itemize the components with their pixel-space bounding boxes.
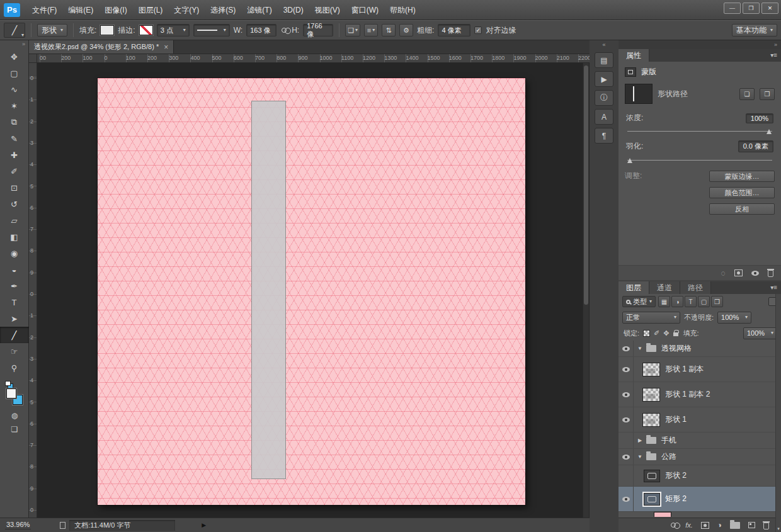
add-layer-mask-icon[interactable] bbox=[701, 522, 709, 529]
feather-value[interactable]: 0.0 像素 bbox=[738, 140, 773, 152]
layer-name[interactable]: 形状 1 副本 bbox=[665, 364, 704, 375]
menu-item-2[interactable]: 图像(I) bbox=[99, 0, 132, 20]
layer-name[interactable]: 形状 1 bbox=[665, 414, 687, 425]
lasso-tool[interactable]: ∿ bbox=[4, 81, 25, 98]
eyedropper-tool[interactable]: ✎ bbox=[4, 130, 25, 147]
density-slider[interactable] bbox=[627, 131, 772, 132]
minimize-button[interactable]: — bbox=[724, 3, 741, 14]
layer-row[interactable]: 形状 1 bbox=[619, 407, 781, 433]
zoom-tool[interactable]: ⚲ bbox=[4, 359, 25, 376]
select-pixel-mask-button[interactable]: ❏ bbox=[739, 88, 755, 100]
menu-item-10[interactable]: 帮助(H) bbox=[384, 0, 421, 20]
align-edges-checkbox[interactable]: ✓ bbox=[474, 26, 482, 34]
filter-pixel-icon[interactable]: ▦ bbox=[658, 296, 670, 307]
status-flyout-arrow[interactable]: ▶ bbox=[202, 522, 206, 528]
lock-position-icon[interactable]: ✥ bbox=[663, 329, 669, 337]
new-adjustment-layer-icon[interactable]: ◑ bbox=[717, 521, 722, 529]
stroke-swatch[interactable] bbox=[139, 25, 153, 35]
close-button[interactable]: ✕ bbox=[761, 3, 778, 14]
filter-adjustment-icon[interactable]: ◑ bbox=[671, 296, 683, 307]
shape-width-input[interactable]: 163 像 bbox=[246, 24, 276, 37]
type-tool[interactable]: T bbox=[4, 294, 25, 310]
dodge-tool[interactable]: ◒ bbox=[4, 261, 25, 278]
shape-settings-button[interactable]: ⚙ bbox=[399, 24, 413, 37]
layer-thumbnail[interactable] bbox=[642, 413, 660, 427]
stroke-type-dropdown[interactable] bbox=[193, 24, 230, 37]
actions-panel-icon[interactable]: ▶ bbox=[595, 71, 613, 87]
visibility-toggle[interactable] bbox=[619, 382, 634, 407]
menu-item-3[interactable]: 图层(L) bbox=[133, 0, 169, 20]
expand-toggle-icon[interactable]: ▶ bbox=[636, 438, 644, 443]
menu-item-8[interactable]: 视图(V) bbox=[309, 0, 346, 20]
quick-selection-tool[interactable]: ✶ bbox=[4, 98, 25, 114]
restore-button[interactable]: ❐ bbox=[743, 3, 760, 14]
panel-menu-icon[interactable] bbox=[767, 281, 781, 294]
fill-dropdown[interactable]: 100% bbox=[743, 327, 777, 339]
menu-item-9[interactable]: 窗口(W) bbox=[346, 0, 384, 20]
scrollbar-thumb[interactable] bbox=[584, 65, 588, 305]
eraser-tool[interactable]: ▱ bbox=[4, 212, 25, 229]
weight-input[interactable]: 4 像素 bbox=[438, 24, 470, 37]
screen-mode-button[interactable]: ❏ bbox=[4, 422, 25, 436]
visibility-toggle[interactable] bbox=[619, 357, 634, 382]
layer-name[interactable]: 公路 bbox=[661, 451, 676, 462]
marquee-tool[interactable]: ▢ bbox=[4, 65, 25, 81]
color-range-button[interactable]: 颜色范围… bbox=[709, 187, 775, 198]
mask-visibility-icon[interactable] bbox=[751, 271, 759, 276]
layer-thumbnail[interactable] bbox=[642, 388, 660, 402]
path-selection-tool[interactable]: ➤ bbox=[4, 310, 25, 327]
layer-row[interactable]: 矩形 2 bbox=[619, 487, 781, 512]
blend-mode-dropdown[interactable]: 正常 bbox=[622, 312, 680, 324]
shape-height-input[interactable]: 1766 像 bbox=[303, 24, 333, 37]
healing-brush-tool[interactable]: ✚ bbox=[4, 147, 25, 163]
new-group-icon[interactable] bbox=[730, 522, 740, 529]
blur-tool[interactable]: ◉ bbox=[4, 245, 25, 261]
density-value[interactable]: 100% bbox=[746, 113, 773, 123]
horizontal-ruler[interactable]: 0020010001002003004005006007008009001000… bbox=[37, 54, 590, 63]
rectangle-shape[interactable] bbox=[251, 101, 286, 479]
tab-layers[interactable]: 图层 bbox=[619, 281, 649, 294]
clone-stamp-tool[interactable]: ⊡ bbox=[4, 179, 25, 196]
vertical-scrollbar[interactable] bbox=[583, 63, 589, 518]
slider-thumb[interactable] bbox=[767, 129, 772, 134]
feather-slider[interactable] bbox=[627, 160, 772, 161]
expand-panels-icon[interactable]: « bbox=[590, 40, 619, 49]
layer-name[interactable]: 形状 2 bbox=[665, 470, 687, 481]
visibility-toggle[interactable] bbox=[619, 341, 634, 356]
path-arrange-button[interactable]: ⇅ bbox=[382, 24, 396, 37]
history-panel-icon[interactable]: ▤ bbox=[595, 52, 613, 68]
new-layer-icon[interactable] bbox=[748, 522, 755, 528]
shape-path-thumbnail[interactable] bbox=[625, 84, 653, 104]
zoom-level[interactable]: 33.96% bbox=[5, 521, 31, 529]
menu-item-1[interactable]: 编辑(E) bbox=[62, 0, 99, 20]
tab-channels[interactable]: 通道 bbox=[649, 281, 680, 294]
layer-row[interactable]: ▼公路 bbox=[619, 449, 781, 465]
paragraph-panel-icon[interactable]: ¶ bbox=[595, 128, 613, 144]
crop-tool[interactable]: ⧉ bbox=[4, 114, 25, 130]
expand-toggle-icon[interactable]: ▼ bbox=[636, 346, 644, 351]
lock-all-icon[interactable] bbox=[673, 332, 678, 336]
stroke-width-field[interactable]: 3 点 bbox=[157, 24, 190, 37]
document-tab[interactable]: 透视效果2.psd @ 34% (矩形 2, RGB/8) * × bbox=[29, 40, 174, 54]
scroll-down-icon[interactable] bbox=[776, 526, 781, 531]
filter-shape-icon[interactable]: ▢ bbox=[698, 296, 710, 307]
hand-tool[interactable]: ☞ bbox=[4, 343, 25, 359]
panel-dock-header[interactable]: » bbox=[619, 40, 781, 49]
line-tool[interactable]: ╱ bbox=[0, 327, 29, 343]
menu-item-7[interactable]: 3D(D) bbox=[278, 0, 309, 20]
layer-row[interactable]: 形状 1 副本 2 bbox=[619, 382, 781, 407]
brush-tool[interactable]: ✐ bbox=[4, 163, 25, 179]
invert-button[interactable]: 反相 bbox=[709, 203, 775, 215]
select-vector-mask-button[interactable]: ❐ bbox=[760, 88, 775, 100]
history-brush-tool[interactable]: ↺ bbox=[4, 196, 25, 212]
fill-swatch[interactable] bbox=[100, 25, 114, 35]
layer-name[interactable]: 矩形 2 bbox=[665, 494, 687, 504]
panel-menu-icon[interactable] bbox=[767, 49, 781, 62]
canvas[interactable] bbox=[98, 78, 525, 505]
vector-mask-thumbnail[interactable] bbox=[644, 470, 660, 482]
workspace-switcher[interactable]: 基本功能 bbox=[732, 24, 777, 37]
lock-transparency-icon[interactable] bbox=[643, 330, 650, 337]
menu-item-6[interactable]: 滤镜(T) bbox=[241, 0, 277, 20]
pen-tool[interactable]: ✒ bbox=[4, 278, 25, 294]
visibility-toggle[interactable] bbox=[619, 465, 634, 486]
